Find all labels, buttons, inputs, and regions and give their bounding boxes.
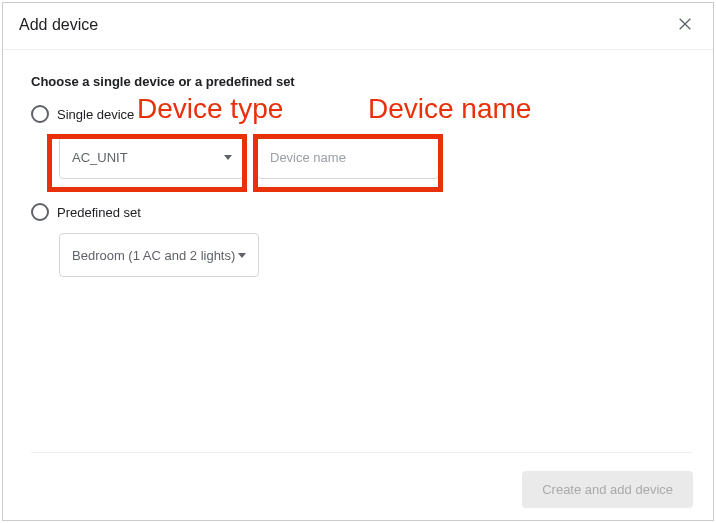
predefined-set-value: Bedroom (1 AC and 2 lights) (72, 248, 238, 263)
dialog-header: Add device (3, 3, 713, 50)
predefined-set-group: Predefined set Bedroom (1 AC and 2 light… (31, 203, 685, 277)
dialog-footer: Create and add device (31, 452, 693, 508)
predefined-controls: Bedroom (1 AC and 2 lights) (59, 233, 685, 277)
close-icon (677, 16, 693, 35)
predefined-radio-row: Predefined set (31, 203, 685, 221)
single-device-group: Single device AC_UNIT (31, 105, 685, 179)
close-button[interactable] (673, 13, 697, 37)
single-device-radio-row: Single device (31, 105, 685, 123)
single-device-controls: AC_UNIT (59, 135, 685, 179)
predefined-label: Predefined set (57, 205, 141, 220)
predefined-radio[interactable] (31, 203, 49, 221)
chevron-down-icon (238, 253, 246, 258)
dialog-content: Choose a single device or a predefined s… (3, 50, 713, 277)
chevron-down-icon (224, 155, 232, 160)
single-device-radio[interactable] (31, 105, 49, 123)
create-add-device-button[interactable]: Create and add device (522, 471, 693, 508)
add-device-dialog: Add device Choose a single device or a p… (2, 2, 714, 521)
device-name-input[interactable] (257, 135, 439, 179)
single-device-label: Single device (57, 107, 134, 122)
device-type-select[interactable]: AC_UNIT (59, 135, 245, 179)
predefined-set-select[interactable]: Bedroom (1 AC and 2 lights) (59, 233, 259, 277)
device-type-value: AC_UNIT (72, 150, 224, 165)
dialog-title: Add device (19, 16, 98, 34)
content-subtitle: Choose a single device or a predefined s… (31, 74, 685, 89)
